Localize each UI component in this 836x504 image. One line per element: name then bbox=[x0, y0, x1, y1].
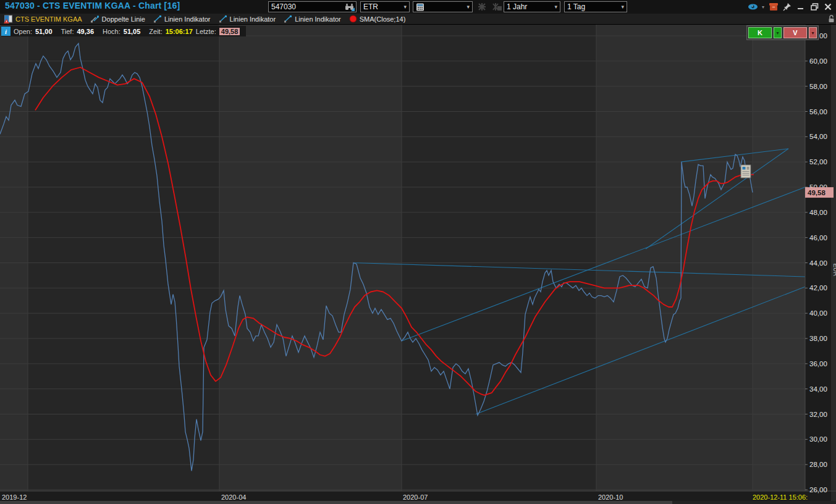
open-label: Open: bbox=[14, 28, 32, 35]
y-axis-tick-label: 28,00 bbox=[809, 461, 827, 468]
y-axis-tick-label: 32,00 bbox=[809, 411, 827, 418]
calculator-icon bbox=[416, 3, 424, 11]
y-axis-tick-label: 26,00 bbox=[809, 486, 827, 494]
sma-label: SMA(Close;14) bbox=[360, 15, 406, 23]
y-axis-tick-label: 52,00 bbox=[809, 158, 827, 166]
minimize-button[interactable] bbox=[794, 1, 808, 12]
line-indicator-legend-item[interactable]: Linien Indikator bbox=[219, 15, 276, 23]
y-axis-unit-label: EUR bbox=[832, 263, 836, 276]
sell-button[interactable]: V bbox=[783, 27, 807, 38]
exchange-value: ETR bbox=[363, 2, 378, 11]
chevron-down-icon: ▾ bbox=[403, 4, 407, 10]
low-value: 49,36 bbox=[77, 28, 95, 35]
open-value: 51,00 bbox=[35, 28, 53, 35]
instrument-legend-item[interactable]: CTS EVENTIM KGAA bbox=[4, 15, 82, 23]
h-scrollbar-thumb[interactable] bbox=[0, 501, 672, 504]
buy-button[interactable]: K bbox=[748, 27, 772, 38]
period-value: 1 Jahr bbox=[507, 2, 527, 11]
period-select[interactable]: 1 Jahr ▾ bbox=[504, 1, 560, 12]
sma-legend-item[interactable]: SMA(Close;14) bbox=[349, 15, 406, 23]
pin-button[interactable] bbox=[780, 1, 794, 12]
double-line-legend-item[interactable]: Doppelte Linie bbox=[90, 15, 145, 23]
y-axis-tick-label: 44,00 bbox=[809, 259, 827, 267]
line-indicator-label: Linien Indikator bbox=[295, 15, 341, 23]
symbol-input[interactable] bbox=[269, 2, 345, 11]
instrument-name: CTS EVENTIM KGAA bbox=[15, 15, 82, 23]
y-axis-tick-label: 54,00 bbox=[809, 133, 827, 140]
exchange-select[interactable]: ETR ▾ bbox=[360, 1, 410, 12]
double-line-label: Doppelte Linie bbox=[102, 15, 145, 23]
unlink-disabled-icon bbox=[491, 2, 501, 11]
line-indicator-label: Linien Indikator bbox=[230, 15, 276, 23]
info-icon[interactable]: i bbox=[1, 27, 11, 36]
y-axis-tick-label: 46,00 bbox=[809, 234, 827, 242]
chart-window: 547030 - CTS EVENTIM KGAA - Chart [16] E… bbox=[0, 0, 836, 504]
interval-value: 1 Tag bbox=[567, 2, 585, 11]
y-axis-tick-label: 60,00 bbox=[809, 57, 827, 65]
y-axis-tick-label: 36,00 bbox=[809, 360, 827, 368]
buy-dropdown-caret[interactable]: ▾ bbox=[774, 27, 782, 38]
high-label: Hoch: bbox=[103, 28, 120, 35]
high-value: 51,05 bbox=[124, 28, 141, 35]
line-indicator-legend-item[interactable]: Linien Indikator bbox=[284, 15, 341, 23]
time-value: 15:06:17 bbox=[166, 28, 193, 35]
last-value: 49,58 bbox=[219, 28, 240, 35]
sma-dot-icon bbox=[349, 15, 357, 23]
close-icon[interactable] bbox=[821, 1, 835, 12]
depot-box-button[interactable] bbox=[767, 1, 780, 12]
y-axis-tick-label: 34,00 bbox=[809, 385, 827, 393]
line-indicator-icon bbox=[284, 15, 292, 23]
chart-legend-toolbar: CTS EVENTIM KGAA Doppelte Linie Linien bbox=[0, 14, 836, 25]
restore-button[interactable] bbox=[808, 1, 821, 12]
last-price-tag-value: 49,58 bbox=[808, 189, 825, 196]
x-axis-tick-label: 2020-04 bbox=[221, 494, 246, 501]
line-indicator-label: Linien Indikator bbox=[164, 15, 211, 23]
chart-area: 26,0028,0030,0032,0034,0036,0038,0040,00… bbox=[0, 25, 836, 504]
x-axis-tick-label: 2020-10 bbox=[598, 494, 623, 501]
time-label: Zeit: bbox=[149, 28, 162, 35]
symbol-search-field bbox=[268, 1, 357, 12]
link-disabled-icon bbox=[478, 2, 488, 11]
chevron-down-icon: ▾ bbox=[554, 4, 557, 10]
x-axis-current-time-label: 2020-12-11 15:06: bbox=[753, 494, 808, 501]
ohlc-info-bar: i Open: 51,00 Tief: 49,36 Hoch: 51,05 Ze… bbox=[1, 26, 246, 36]
chart-series-icon bbox=[4, 15, 13, 23]
charttype-select[interactable]: ▾ bbox=[413, 1, 473, 12]
trade-button-panel: K ▾ V ▾ bbox=[746, 25, 819, 40]
y-axis-tick-label: 30,00 bbox=[809, 435, 827, 443]
price-chart-plot[interactable]: 26,0028,0030,0032,0034,0036,0038,0040,00… bbox=[0, 25, 836, 504]
binoculars-icon[interactable] bbox=[345, 3, 355, 11]
y-axis-tick-label: 48,00 bbox=[809, 209, 827, 216]
last-label: Letzte: bbox=[196, 28, 216, 35]
x-axis-tick-label: 2019-12 bbox=[2, 494, 27, 501]
chevron-down-icon: ▾ bbox=[467, 4, 470, 10]
month-band bbox=[402, 25, 596, 491]
y-axis-tick-label: 56,00 bbox=[809, 108, 827, 116]
chevron-down-icon: ▾ bbox=[621, 4, 624, 10]
low-label: Tief: bbox=[61, 28, 74, 35]
line-indicator-legend-item[interactable]: Linien Indikator bbox=[153, 15, 211, 23]
y-axis-tick-label: 42,00 bbox=[809, 284, 827, 292]
y-axis-tick-label: 58,00 bbox=[809, 83, 827, 90]
window-title: 547030 - CTS EVENTIM KGAA - Chart [16] bbox=[5, 1, 180, 10]
y-axis-tick-label: 40,00 bbox=[809, 309, 827, 317]
x-axis-tick-label: 2020-07 bbox=[403, 494, 428, 501]
month-band bbox=[28, 25, 219, 491]
y-axis-tick-label: 38,00 bbox=[809, 335, 827, 342]
line-indicator-icon bbox=[153, 15, 162, 23]
interval-select[interactable]: 1 Tag ▾ bbox=[564, 1, 627, 12]
line-indicator-icon bbox=[219, 15, 227, 23]
visibility-eye-button[interactable] bbox=[746, 1, 759, 12]
eye-dropdown-caret[interactable]: ▾ bbox=[759, 1, 767, 12]
lock-icon[interactable] bbox=[828, 15, 835, 23]
title-bar: 547030 - CTS EVENTIM KGAA - Chart [16] E… bbox=[0, 0, 836, 14]
double-line-icon bbox=[90, 15, 99, 23]
sell-dropdown-caret[interactable]: ▾ bbox=[809, 27, 817, 38]
